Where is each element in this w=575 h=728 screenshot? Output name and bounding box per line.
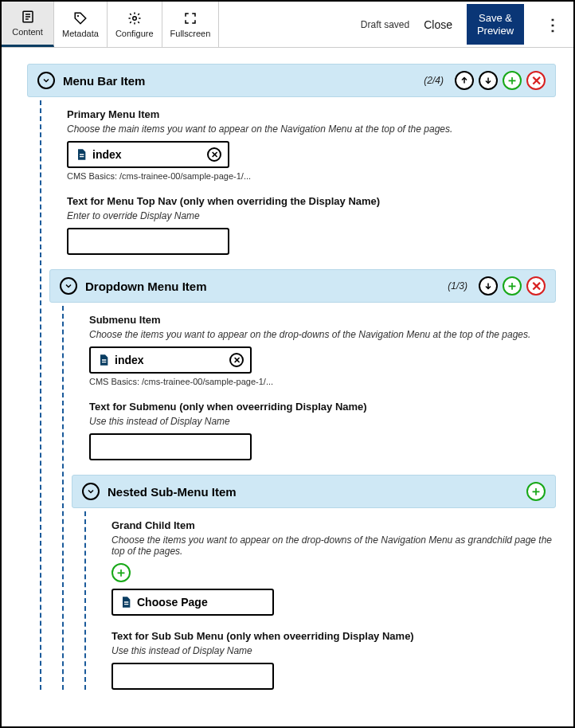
- field-text-submenu: Text for Submenu (only when oveerriding …: [89, 401, 556, 460]
- add-button-dropdown[interactable]: ＋: [503, 276, 522, 296]
- tag-icon: [73, 11, 88, 25]
- add-button-menu-bar[interactable]: ＋: [503, 71, 522, 90]
- field-label-override-submenu: Text for Submenu (only when oveerriding …: [89, 401, 556, 413]
- field-help-override-submenu: Use this instead of Display Name: [89, 416, 556, 427]
- gear-icon: [127, 11, 142, 25]
- chip-text-submenu: index: [115, 354, 229, 366]
- move-down-button-dropdown[interactable]: [479, 276, 498, 296]
- field-label-submenu: Submenu Item: [89, 314, 556, 326]
- svg-point-5: [132, 16, 136, 20]
- field-text-subsubmenu: Text for Sub Sub Menu (only when oveerri…: [111, 630, 556, 690]
- fullscreen-icon: [183, 11, 198, 25]
- field-help-primary: Choose the main items you want to appear…: [67, 123, 556, 135]
- collapse-toggle-menu-bar[interactable]: [37, 72, 55, 89]
- field-grand-child: Grand Child Item Choose the items you wa…: [111, 519, 556, 616]
- field-label-primary: Primary Menu Item: [67, 108, 556, 120]
- chevron-down-icon: [86, 487, 96, 496]
- draft-saved-text: Draft saved: [361, 19, 409, 30]
- arrow-up-icon: [460, 76, 469, 85]
- save-preview-button[interactable]: Save & Preview: [467, 4, 524, 45]
- arrow-down-icon: [483, 281, 493, 291]
- section-counter-menu-bar: (2/4): [424, 75, 444, 86]
- chip-path-submenu: CMS Basics: /cms-trainee-00/sample-page-…: [89, 377, 556, 386]
- svg-point-4: [77, 14, 79, 16]
- remove-button-menu-bar[interactable]: ✕: [526, 71, 546, 90]
- field-primary-menu-item: Primary Menu Item Choose the main items …: [67, 108, 556, 181]
- section-title-nested: Nested Sub-Menu Item: [108, 485, 522, 499]
- add-button-nested[interactable]: ＋: [526, 482, 546, 501]
- collapse-toggle-nested[interactable]: [82, 483, 100, 500]
- field-submenu-item: Submenu Item Choose the items you want t…: [89, 314, 556, 386]
- document-icon: [97, 354, 110, 366]
- chip-clear-primary[interactable]: ✕: [207, 147, 221, 162]
- text-input-topnav[interactable]: [67, 228, 229, 255]
- tab-metadata-label: Metadata: [62, 29, 99, 38]
- tab-fullscreen[interactable]: Fullscreen: [162, 2, 220, 47]
- field-help-override-topnav: Enter to override Display Name: [67, 210, 556, 221]
- move-down-button[interactable]: [479, 71, 498, 90]
- move-up-button[interactable]: [455, 71, 474, 90]
- tab-configure-label: Configure: [115, 29, 154, 38]
- collapse-toggle-dropdown[interactable]: [60, 277, 77, 295]
- field-label-override-topnav: Text for Menu Top Nav (only when overrid…: [67, 195, 556, 207]
- remove-button-dropdown[interactable]: ✕: [526, 276, 546, 296]
- choose-page-chip[interactable]: Choose Page: [111, 589, 274, 616]
- section-title-dropdown: Dropdown Menu Item: [85, 280, 448, 293]
- section-header-dropdown: Dropdown Menu Item (1/3) ＋ ✕: [49, 269, 556, 303]
- field-help-override-subsub: Use this instead of Display Name: [111, 645, 556, 656]
- tab-configure[interactable]: Configure: [108, 2, 162, 47]
- field-help-submenu: Choose the items you want to appear on t…: [89, 329, 556, 340]
- section-header-nested-sub: Nested Sub-Menu Item ＋: [72, 475, 556, 508]
- add-page-button-grand[interactable]: ＋: [111, 563, 131, 582]
- field-label-override-subsub: Text for Sub Sub Menu (only when oveerri…: [111, 630, 556, 642]
- text-input-submenu[interactable]: [89, 433, 252, 460]
- document-icon: [119, 596, 132, 609]
- field-text-menu-top-nav: Text for Menu Top Nav (only when overrid…: [67, 195, 556, 255]
- chip-clear-submenu[interactable]: ✕: [229, 353, 244, 367]
- chip-text-primary: index: [92, 148, 207, 161]
- field-label-grand: Grand Child Item: [111, 519, 556, 531]
- section-header-menu-bar: Menu Bar Item (2/4) ＋ ✕: [27, 64, 556, 97]
- page-chip-primary[interactable]: index ✕: [67, 141, 229, 168]
- section-title-menu-bar: Menu Bar Item: [63, 74, 424, 88]
- field-help-grand: Choose the items you want to appear on t…: [111, 534, 556, 557]
- top-toolbar: Content Metadata Configure Fullscreen Dr…: [2, 2, 573, 48]
- chevron-down-icon: [64, 281, 73, 291]
- chip-path-primary: CMS Basics: /cms-trainee-00/sample-page-…: [67, 171, 556, 181]
- content-icon: [21, 10, 35, 24]
- arrow-down-icon: [483, 76, 493, 85]
- choose-page-text: Choose Page: [137, 596, 266, 609]
- document-icon: [75, 148, 88, 161]
- tab-fullscreen-label: Fullscreen: [170, 29, 211, 38]
- close-button[interactable]: Close: [424, 18, 452, 31]
- kebab-menu-icon[interactable]: ⋮: [538, 15, 567, 34]
- section-counter-dropdown: (1/3): [448, 280, 467, 292]
- text-input-subsub[interactable]: [111, 663, 274, 690]
- tab-content-label: Content: [12, 27, 43, 37]
- chevron-down-icon: [41, 76, 51, 85]
- tab-metadata[interactable]: Metadata: [54, 2, 108, 47]
- tab-content[interactable]: Content: [2, 2, 54, 47]
- page-chip-submenu[interactable]: index ✕: [89, 346, 252, 374]
